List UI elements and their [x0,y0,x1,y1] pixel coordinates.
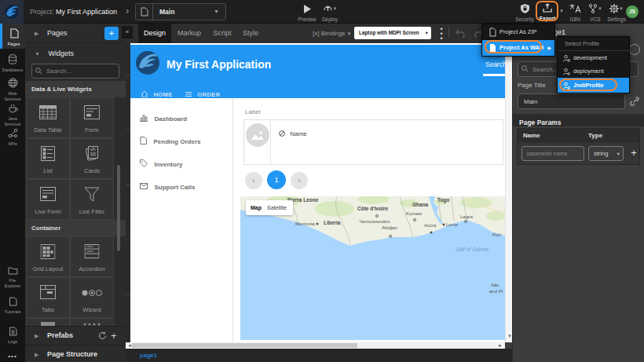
app-sidebar-item-support-calls[interactable]: Support Calls [140,178,195,192]
tutorials-icon [9,297,17,306]
scroll-right-arrow[interactable]: ► [498,343,503,348]
left-panel-scrollbar[interactable] [117,165,120,251]
app-sidebar-item-inventory[interactable]: Inventory [140,155,182,170]
widget-tile-cards[interactable]: Cards [70,138,114,179]
undo-icon[interactable] [456,29,467,38]
rail-item-file-explorer[interactable]: File Explorer [0,264,25,287]
menu-item-development[interactable]: development [558,51,629,64]
export-button[interactable]: Export [537,2,558,22]
pagination-current[interactable]: 1 [267,170,286,189]
pagination-next[interactable]: › [291,172,308,189]
menu-item-project-as-war[interactable]: Project As WAR ▶ [482,40,554,56]
wavemaker-logo-icon [4,4,20,20]
status-page-tab[interactable]: page1 [140,349,157,362]
rail-item-apis[interactable]: APIs [0,127,25,148]
rail-item-pages[interactable]: Pages [0,24,25,49]
map-button[interactable]: Map [251,200,262,215]
menu-item-deployment[interactable]: deployment [558,64,629,78]
card-image-cell [244,120,271,164]
canvas-hscrollbar[interactable]: ◄ ► [126,342,505,349]
settings-gear-icon [609,4,619,13]
tile-label: Grid Layout [27,265,69,272]
param-type-select[interactable]: string ▼ [588,146,624,161]
deploy-label: Deploy [317,16,343,22]
i18n-translate-icon [569,4,581,13]
grid-layout-icon [41,244,56,259]
menu-item-jndiprofile[interactable]: JndiProfile [558,78,629,93]
add-page-button[interactable]: + [104,27,119,40]
tab-label: Markup [177,29,201,37]
tab-markup[interactable]: Markup [173,24,206,43]
widget-tile-partial-left[interactable] [26,318,70,326]
widget-tile-list[interactable]: List [26,138,70,179]
device-selector[interactable]: Laptop with MDPI Screen ▼ [354,27,431,39]
map-type-control[interactable]: Map Satellite [246,200,293,215]
rail-item-web-services[interactable]: Web Services [0,77,25,101]
add-prefab-button[interactable]: + [111,327,117,345]
rail-item-logs[interactable]: Logs [0,325,25,346]
page-params-header[interactable]: Page Params [513,114,644,126]
app-nav-order[interactable]: ORDER [185,86,221,95]
profile-icon [563,82,570,90]
rail-label: Web Services [0,91,25,101]
page-dropdown[interactable]: Main ▼ [135,3,226,20]
app-search-tab[interactable]: Search [485,60,505,68]
col-type: Type [588,129,602,142]
widget-tile-data-table[interactable]: Data Table [26,97,70,138]
app-canvas: My First Application Search HOME ORDER D… [130,43,505,342]
rail-item-tutorials[interactable]: Tutorials [0,295,25,316]
satellite-button[interactable]: Satellite [267,200,287,215]
section-data-live-widgets[interactable]: Data & Live Widgets [25,81,126,97]
page-structure-section-header[interactable]: ▶ Page Structure [25,345,126,362]
widget-tile-partial-right[interactable] [70,318,114,326]
rail-item-java-services[interactable]: Java Services [0,102,25,126]
widget-tile-tabs[interactable]: Tabs [26,277,70,318]
tab-design[interactable]: Design [138,24,171,43]
widget-tile-live-form[interactable]: Live Form [26,179,70,220]
widget-tile-live-filter[interactable]: Live Filter [70,179,114,220]
widget-tile-wizard[interactable]: Wizard [70,277,114,318]
security-button[interactable]: Security [513,2,536,23]
widget-tile-grid-layout[interactable]: Grid Layout [26,236,70,277]
collapse-panel-button[interactable]: « [122,26,133,38]
app-nav-home[interactable]: HOME [141,86,173,95]
more-options-button[interactable]: ••• [438,27,445,40]
live-form-icon [40,187,56,201]
rail-label: APIs [0,141,25,147]
deploy-button[interactable]: ▼ Deploy [317,2,343,23]
section-container[interactable]: Container [25,220,126,236]
bindings-button[interactable]: [x] Bindings ▼ [313,24,352,43]
list-card[interactable]: Name [243,119,503,165]
widgets-search-input[interactable] [31,64,119,79]
hscroll-thumb[interactable] [132,343,357,348]
refresh-ring-icon[interactable] [629,44,640,55]
refresh-icon[interactable] [98,331,107,340]
rail-more-button[interactable]: ••• [0,353,25,362]
pagination-prev[interactable]: ‹ [245,172,262,189]
rail-item-databases[interactable]: Databases [0,53,25,72]
prefabs-section-header[interactable]: ▶ Prefabs + [25,326,126,344]
add-param-button[interactable]: + [628,146,639,161]
wizard-icon [82,289,102,297]
bind-link-icon[interactable] [630,97,639,106]
tab-style[interactable]: Style [237,24,264,43]
tab-script[interactable]: Script [207,24,237,43]
app-logo[interactable] [0,0,24,24]
page-dropdown-value: Main [159,4,174,20]
menu-item-project-as-zip[interactable]: Project As ZIP [482,24,554,40]
widgets-section-header[interactable]: ▼ Widgets [25,44,126,64]
widget-tile-form[interactable]: Form [70,97,114,138]
avatar[interactable]: JS [626,5,639,18]
widget-tile-accordion[interactable]: Accordion [70,236,114,277]
i18n-button[interactable]: I18N [565,2,585,23]
param-name-input[interactable] [521,146,584,161]
app-sidebar-item-pending-orders[interactable]: Pending Orders [140,133,200,147]
canvas-vscrollbar[interactable]: ▼ [505,43,512,342]
profile-icon [563,68,570,75]
app-sidebar-item-dashboard[interactable]: Dashboard [140,110,187,124]
settings-button[interactable]: ▼ Settings [606,2,628,23]
vcs-button[interactable]: ▼ VCS [585,2,606,23]
page-title-input[interactable] [518,93,625,109]
preview-button[interactable]: Preview [296,2,318,23]
map-widget[interactable]: Sierra Leone Monrovia Liberia Côte d'Ivo… [240,196,505,340]
